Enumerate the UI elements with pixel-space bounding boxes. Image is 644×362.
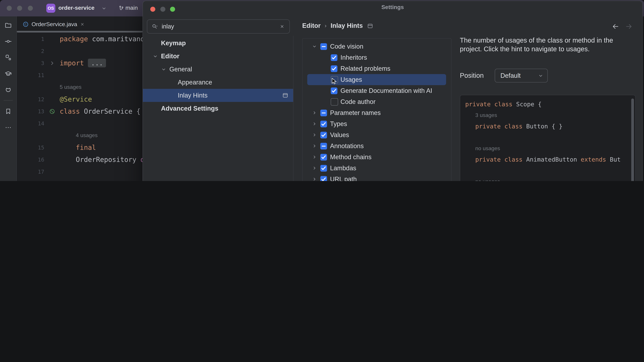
usages-inlay-hint[interactable]: 4 usages	[76, 132, 98, 138]
tree-item-generate-documentation-with-ai[interactable]: Generate Documentation with AI	[307, 85, 446, 96]
junie-ai-icon[interactable]	[4, 86, 12, 94]
tree-item-code-author[interactable]: Code author	[307, 96, 446, 107]
in-editor-preview-icon[interactable]	[282, 92, 288, 98]
settings-nav-tree: KeymapEditorGeneralAppearanceInlay Hints…	[143, 36, 293, 115]
back-arrow-icon[interactable]	[612, 23, 619, 30]
search-input-value[interactable]: inlay	[162, 23, 280, 30]
in-editor-preview-icon[interactable]	[367, 23, 373, 29]
learn-icon[interactable]	[4, 70, 12, 78]
tree-item-label: Inheritors	[340, 54, 367, 61]
preview-code-line	[460, 132, 635, 143]
checkbox-checked[interactable]	[331, 87, 338, 94]
window-zoom-button[interactable]	[28, 6, 33, 11]
tree-item-parameter-names[interactable]: Parameter names	[307, 107, 446, 118]
breadcrumb-inlay-hints[interactable]: Inlay Hints	[330, 22, 363, 29]
chevron-right-icon[interactable]	[312, 155, 317, 160]
breadcrumb-editor[interactable]: Editor	[302, 22, 321, 29]
preview-inlay-row: 3 usages	[460, 110, 635, 121]
chevron-down-icon[interactable]	[312, 44, 317, 49]
preview-vertical-scrollbar[interactable]	[631, 98, 634, 181]
position-label: Position	[460, 72, 484, 79]
preview-inlay-row: no usages	[460, 176, 635, 181]
checkbox-checked[interactable]	[320, 120, 327, 127]
spring-bean-gutter-icon[interactable]	[49, 108, 55, 114]
settings-search-field[interactable]: inlay	[147, 19, 290, 33]
settings-dialog: Settings inlay KeymapEditorGeneralAppear…	[142, 1, 643, 181]
line-number: 13	[17, 108, 44, 114]
tree-item-types[interactable]: Types	[307, 118, 446, 129]
branch-selector[interactable]: main	[126, 5, 138, 11]
bookmarks-icon[interactable]	[4, 108, 12, 115]
preview-inlay-row: no usages	[460, 143, 635, 154]
line-number: 11	[17, 72, 44, 78]
checkbox-mixed[interactable]	[320, 109, 327, 116]
checkbox-checked[interactable]	[331, 54, 338, 61]
tree-item-label: Types	[330, 120, 347, 128]
settings-nav-item-appearance[interactable]: Appearance	[143, 76, 293, 89]
tree-item-annotations[interactable]: Annotations	[307, 140, 446, 151]
settings-nav-item-editor[interactable]: Editor	[143, 50, 293, 63]
chevron-right-icon[interactable]	[312, 121, 317, 126]
chevron-right-icon[interactable]	[312, 177, 317, 181]
project-selector[interactable]: order-service	[58, 5, 94, 11]
line-number: 2	[17, 48, 44, 54]
tab-scrollbar[interactable]	[17, 31, 142, 32]
position-dropdown[interactable]: Default	[495, 69, 548, 82]
fold-chevron-icon[interactable]	[49, 60, 55, 66]
settings-nav-item-inlay-hints[interactable]: Inlay Hints	[143, 89, 293, 102]
tree-item-label: Generate Documentation with AI	[340, 87, 432, 94]
checkbox-checked[interactable]	[331, 65, 338, 72]
chevron-down-icon[interactable]	[152, 53, 158, 59]
checkbox-checked[interactable]	[320, 176, 327, 181]
window-close-button[interactable]	[7, 6, 12, 11]
chevron-right-icon[interactable]	[312, 143, 317, 148]
tree-item-lambdas[interactable]: Lambdas	[307, 163, 446, 174]
checkbox-checked[interactable]	[320, 154, 327, 160]
tree-item-code-vision[interactable]: Code vision	[307, 41, 446, 52]
tool-window-stripe	[0, 16, 17, 181]
tree-item-method-chains[interactable]: Method chains	[307, 151, 446, 163]
checkbox-checked[interactable]	[320, 132, 327, 138]
checkbox-unchecked[interactable]	[331, 98, 338, 105]
line-number: 3	[17, 60, 44, 66]
close-tab-icon[interactable]	[80, 22, 85, 27]
commit-icon[interactable]	[4, 37, 12, 45]
tree-item-label: Values	[330, 131, 349, 139]
chevron-down-icon	[538, 73, 544, 78]
checkbox-mixed[interactable]	[320, 43, 327, 50]
preview-pane: private class Scope {3 usagesprivate cla…	[460, 95, 636, 181]
nav-item-label: Editor	[161, 52, 180, 60]
chevron-down-icon[interactable]	[161, 66, 166, 72]
tree-item-inheritors[interactable]: Inheritors	[307, 52, 446, 63]
breadcrumb: Editor › Inlay Hints	[302, 22, 373, 29]
chevron-right-icon[interactable]	[312, 110, 317, 115]
checkbox-mixed[interactable]	[320, 143, 327, 149]
tree-item-label: Lambdas	[330, 164, 356, 172]
preview-code-line: private class Button { }	[460, 121, 635, 132]
settings-nav-item-keymap[interactable]: Keymap	[143, 36, 293, 50]
checkbox-unchecked[interactable]	[331, 76, 338, 83]
svg-text:C: C	[25, 23, 27, 26]
tree-item-usages[interactable]: Usages	[307, 74, 446, 85]
tree-item-values[interactable]: Values	[307, 129, 446, 140]
window-minimize-button[interactable]	[17, 6, 22, 11]
chevron-right-icon[interactable]	[312, 132, 317, 137]
checkbox-checked[interactable]	[320, 165, 327, 171]
tree-item-label: URL path	[330, 175, 357, 181]
settings-nav-item-general[interactable]: General	[143, 63, 293, 76]
tree-item-related-problems[interactable]: Related problems	[307, 63, 446, 74]
search-icon	[151, 23, 158, 30]
tree-item-url-path[interactable]: URL path	[307, 174, 446, 181]
tree-item-label: Usages	[340, 76, 362, 83]
clear-search-icon[interactable]	[280, 24, 285, 29]
usages-inlay-hint[interactable]: 3 usages	[76, 181, 98, 181]
more-tool-windows-icon[interactable]	[4, 124, 12, 131]
line-number: 1	[17, 36, 44, 42]
usages-inlay-hint[interactable]: 5 usages	[60, 84, 82, 90]
project-folder-icon[interactable]	[4, 21, 12, 29]
chevron-right-icon[interactable]	[312, 166, 317, 171]
structure-icon[interactable]	[4, 54, 12, 61]
settings-nav-item-advanced-settings[interactable]: Advanced Settings	[143, 102, 293, 115]
line-number: 16	[17, 156, 44, 163]
tab-orderservice-java[interactable]: C OrderService.java	[19, 17, 88, 31]
